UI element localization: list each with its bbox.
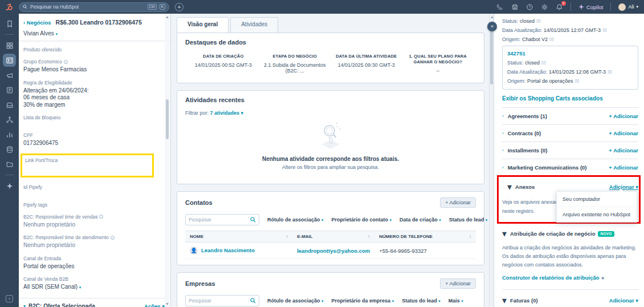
copy-icon[interactable]: ▯▯ bbox=[608, 70, 612, 74]
sort-icon[interactable]: ↕ bbox=[469, 234, 471, 239]
companies-search-input[interactable] bbox=[189, 298, 250, 304]
add-company-button[interactable]: + Adicionar bbox=[440, 278, 476, 289]
field-regra-elegibilidade[interactable]: Regra de Elegibilidade Alteração em 24/0… bbox=[23, 80, 165, 109]
add-contact-button[interactable]: + Adicionar bbox=[440, 197, 476, 208]
filter-rotulo-associacao[interactable]: Rótulo de associação ▾ bbox=[267, 298, 324, 304]
filter-mais[interactable]: Mais ▾ bbox=[449, 298, 463, 304]
section-installments[interactable]: › Installments (0) + Adicionar bbox=[502, 142, 638, 159]
chevron-right-icon: › bbox=[502, 131, 504, 136]
chevron-down-icon[interactable]: ▾ bbox=[23, 304, 26, 307]
copy-icon[interactable]: ▯▯ bbox=[536, 19, 541, 23]
tab-atividades[interactable]: Atividades bbox=[230, 17, 278, 33]
deal-owner-dropdown[interactable]: Vivian Alves ▾ bbox=[23, 30, 165, 37]
hubspot-logo-icon[interactable] bbox=[0, 3, 19, 11]
left-nav-rail: › bbox=[0, 14, 19, 307]
back-to-deals-link[interactable]: ‹ Negócios bbox=[23, 19, 51, 26]
sort-icon[interactable]: ↕ bbox=[286, 234, 288, 239]
chevron-down-icon[interactable]: ▾ bbox=[502, 228, 507, 239]
construtor-relatorios-link[interactable]: Construtor de relatórios de atribuição 🔒… bbox=[502, 274, 638, 281]
shortcut-k-key: K bbox=[160, 4, 165, 10]
add-contract-link[interactable]: + Adicionar bbox=[609, 130, 638, 136]
field-lista-bloqueio[interactable]: Lista de Bloqueio bbox=[23, 115, 165, 120]
menu-item-seu-computador[interactable]: Seu computador bbox=[557, 192, 637, 207]
col-nome[interactable]: NOME↕ bbox=[185, 231, 292, 243]
bookmarks-icon[interactable] bbox=[5, 19, 14, 28]
chevron-down-icon[interactable]: ▾ bbox=[502, 295, 507, 306]
copy-icon[interactable]: ▯▯ bbox=[575, 79, 580, 83]
field-link-port-troca[interactable]: Link Port/Troca bbox=[25, 157, 149, 163]
contact-email-link[interactable]: leandroponttys@yahoo.com bbox=[297, 248, 370, 254]
copy-icon[interactable]: ▯▯ bbox=[541, 60, 546, 65]
workspaces-grid-icon[interactable] bbox=[5, 41, 14, 50]
copy-icon[interactable]: ▯▯ bbox=[602, 28, 607, 33]
companies-search[interactable] bbox=[185, 295, 259, 306]
notifications-bell-icon[interactable]: 7 bbox=[556, 3, 563, 11]
search-icon bbox=[23, 5, 27, 9]
marketplace-icon[interactable] bbox=[511, 3, 519, 11]
help-icon[interactable]: ? bbox=[526, 3, 533, 11]
data-database-icon[interactable] bbox=[5, 145, 14, 154]
field-pipefy-tags[interactable]: Pipefy tags bbox=[23, 202, 165, 208]
copilot-sparkle-icon[interactable] bbox=[5, 181, 14, 190]
field-produto-oferecido[interactable]: Produto oferecido bbox=[23, 47, 165, 52]
field-canal-venda-b2b[interactable]: Canal de Venda B2B All SDR (SEM Canal) ▾ bbox=[23, 276, 165, 292]
menu-item-arquivo-existente[interactable]: Arquivo existente no HubSpot bbox=[557, 207, 637, 222]
anexos-adicionar-dropdown[interactable]: Adicionar ▾ bbox=[609, 184, 638, 190]
reporting-chart-icon[interactable] bbox=[5, 130, 14, 139]
sort-icon[interactable]: ↕ bbox=[368, 234, 370, 239]
field-id-pipefy[interactable]: Id Pipefy bbox=[23, 184, 165, 190]
calling-icon[interactable] bbox=[496, 3, 504, 11]
content-icon[interactable] bbox=[5, 86, 14, 94]
marketing-megaphone-icon[interactable] bbox=[5, 71, 14, 79]
filter-status-lead[interactable]: Status do lead ▾ bbox=[402, 298, 441, 304]
scroll-down-icon[interactable]: ▼ bbox=[165, 302, 169, 306]
contacts-search[interactable] bbox=[185, 214, 259, 225]
filter-proprietario-empresa[interactable]: Proprietário da empresa ▾ bbox=[332, 298, 394, 304]
copy-icon[interactable]: ▯▯ bbox=[549, 37, 554, 42]
activities-filter-dropdown[interactable]: 7 atividades ▾ bbox=[210, 110, 244, 116]
search-input[interactable] bbox=[30, 4, 145, 10]
copilot-button[interactable]: Copilot bbox=[578, 4, 604, 10]
left-panel-scrollbar[interactable]: ▲ ▼ bbox=[165, 14, 170, 307]
section-marketing-communications[interactable]: › Marketing Communications (0) + Adicion… bbox=[502, 159, 638, 176]
shopping-carts-link[interactable]: Exibir os Shopping Carts associados bbox=[502, 95, 638, 102]
collapse-right-panel-button[interactable]: » bbox=[487, 22, 497, 31]
user-menu[interactable]: Ali ▾ bbox=[618, 3, 638, 11]
field-cpf[interactable]: CPF 01732906475 bbox=[23, 132, 165, 147]
new-tab-button[interactable]: + bbox=[175, 3, 184, 11]
section-anexos: ⋮⋮ ▾ Anexos Adicionar ▾ Veja os arquivos… bbox=[502, 176, 638, 223]
scroll-up-icon[interactable]: ▲ bbox=[165, 15, 169, 19]
acoes-dropdown[interactable]: Ações ▾ bbox=[144, 303, 165, 307]
crm-contacts-icon[interactable] bbox=[3, 54, 16, 67]
filter-proprietario-contato[interactable]: Proprietário do contato ▾ bbox=[332, 217, 392, 223]
chevron-down-icon[interactable]: ▾ bbox=[507, 181, 512, 192]
expand-nav-icon[interactable]: › bbox=[6, 295, 13, 302]
field-resp-atendimento[interactable]: B2C: Responsável time de atendimentoi Ne… bbox=[23, 235, 165, 249]
contact-name-link[interactable]: Leandro Nascimento bbox=[201, 247, 255, 253]
filter-rotulo-associacao[interactable]: Rótulo de associação ▾ bbox=[267, 217, 324, 223]
drag-handle-icon[interactable]: ⋮⋮ bbox=[498, 184, 506, 189]
automation-icon[interactable] bbox=[5, 115, 14, 124]
commerce-inbox-icon[interactable] bbox=[5, 100, 14, 109]
settings-gear-icon[interactable] bbox=[541, 3, 548, 11]
scroll-up-icon[interactable]: ▲ bbox=[490, 15, 494, 19]
field-canal-entrada[interactable]: Canal de Entrada Portal de operações bbox=[23, 256, 165, 270]
field-resp-vendas[interactable]: B2C: Responsável time de vendasi Nenhum … bbox=[23, 214, 165, 229]
col-email[interactable]: E-MAIL↕ bbox=[292, 231, 374, 243]
global-search[interactable]: Ctrl K bbox=[19, 2, 169, 12]
filter-data-criacao[interactable]: Data de criação ▾ bbox=[400, 217, 441, 223]
cart-id-link[interactable]: 342751 bbox=[507, 50, 633, 56]
center-scrollbar[interactable]: ▲ bbox=[489, 14, 494, 307]
section-contracts[interactable]: › Contracts (0) + Adicionar bbox=[502, 124, 638, 142]
col-telefone[interactable]: NÚMERO DE TELEFONE↕ bbox=[374, 231, 476, 243]
add-agreement-link[interactable]: + Adicionar bbox=[609, 113, 638, 119]
add-installment-link[interactable]: + Adicionar bbox=[609, 147, 638, 154]
section-agreements[interactable]: › Agreements (1) + Adicionar bbox=[502, 107, 638, 124]
faturas-adicionar-dropdown[interactable]: Adicionar ▾ bbox=[609, 297, 638, 304]
field-grupo-economico[interactable]: Grupo Economicoi Pague Menos Farmacias bbox=[23, 59, 165, 74]
filter-status-lead[interactable]: Status do lead ▾ bbox=[449, 217, 488, 223]
library-folder-icon[interactable] bbox=[5, 160, 14, 168]
tab-visao-geral[interactable]: Visão geral bbox=[177, 17, 229, 33]
add-marketing-communication-link[interactable]: + Adicionar bbox=[609, 164, 638, 171]
contacts-search-input[interactable] bbox=[189, 217, 250, 223]
